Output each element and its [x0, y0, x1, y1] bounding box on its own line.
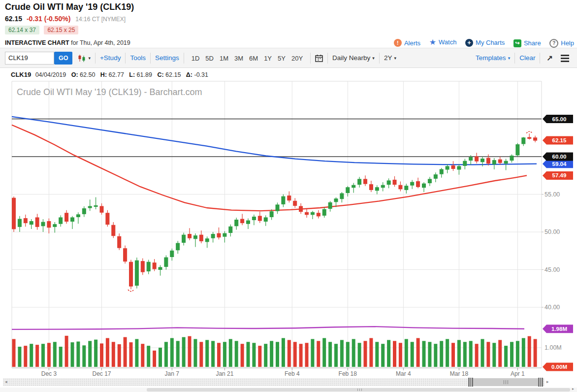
- page-scroll-right-arrow-icon[interactable]: ▸: [572, 387, 574, 391]
- ohlc-symbol: CLK19: [11, 71, 31, 78]
- svg-text:0.00M: 0.00M: [551, 364, 567, 370]
- chevron-down-icon: ▾: [372, 56, 375, 61]
- axis-tag: 59.04: [543, 160, 573, 168]
- svg-text:62.15: 62.15: [552, 137, 567, 143]
- range-button-3m[interactable]: 3M: [234, 55, 243, 62]
- last-price: 62.15: [5, 15, 22, 23]
- chevron-down-icon: ▾: [88, 56, 91, 61]
- share-icon: ↪: [513, 39, 521, 47]
- watch-link[interactable]: ★ Watch: [429, 37, 457, 47]
- chart-type-dropdown[interactable]: ▾: [77, 54, 91, 62]
- bid-ask-chips: 62.14 x 37 62.15 x 25: [5, 26, 81, 34]
- templates-dropdown[interactable]: Templates ▾: [476, 54, 510, 62]
- page-scrollbar-thumb[interactable]: [147, 388, 570, 392]
- watermark: Crude Oil WTI May '19 (CLK19) - Barchart…: [17, 87, 202, 97]
- toolbar-separator: [184, 53, 184, 64]
- quote-timestamp: 14:16 CT [NYMEX]: [75, 16, 126, 23]
- axis-tag: 0.00M: [543, 363, 573, 371]
- ohlc-readout: CLK19 04/04/2019 O: 62.50 H: 62.77 L: 61…: [11, 71, 212, 78]
- plot-border: [12, 81, 542, 368]
- draw-trendline-icon[interactable]: ↗: [546, 54, 553, 63]
- range-button-20y[interactable]: 20Y: [291, 55, 303, 62]
- range-button-1m[interactable]: 1M: [220, 55, 228, 62]
- range-buttons: 1D5D1M3M6M1Y5Y20Y: [189, 54, 306, 63]
- ohlc-high: 62.77: [109, 71, 124, 78]
- svg-text:50.00: 50.00: [545, 229, 560, 235]
- share-link[interactable]: ↪ Share: [513, 39, 541, 47]
- alerts-link[interactable]: ! Alerts: [394, 39, 420, 47]
- svg-text:60.00: 60.00: [552, 154, 567, 160]
- range-button-5y[interactable]: 5Y: [278, 55, 286, 62]
- section-label: INTERACTIVE CHART: [5, 39, 69, 46]
- price-change: -0.31 (-0.50%): [27, 15, 70, 23]
- scrollbar-right-handle[interactable]: [538, 378, 543, 387]
- axis-tag: 1.98M: [543, 325, 573, 333]
- svg-text:Jan 21: Jan 21: [216, 370, 233, 377]
- range-button-1d[interactable]: 1D: [192, 55, 200, 62]
- axis-tag: 57.49: [543, 171, 573, 180]
- toolbar-separator: [95, 53, 96, 64]
- range-button-6m[interactable]: 6M: [249, 55, 258, 62]
- scrollbar-grip: [504, 380, 508, 384]
- chart-watermark: Crude Oil WTI May '19 (CLK19) - Barchart…: [17, 87, 202, 97]
- lookback-dropdown[interactable]: 2Y ▾: [384, 54, 396, 62]
- bid-chip: 62.14 x 37: [5, 26, 39, 34]
- chart-toolbar: GO ▾ +Study Tools Settings 1D5D1M3M6M1Y5…: [0, 48, 577, 68]
- ohlc-open: 62.50: [80, 71, 95, 78]
- svg-text:1.00M: 1.00M: [545, 344, 562, 351]
- svg-text:45.00: 45.00: [545, 266, 560, 273]
- svg-text:Mar 18: Mar 18: [450, 370, 469, 377]
- page-scrollbar[interactable]: ▸: [0, 388, 577, 392]
- scrollbar-track[interactable]: [3, 378, 545, 386]
- calendar-button[interactable]: [315, 54, 323, 62]
- hamburger-menu-icon[interactable]: [561, 55, 569, 56]
- toolbar-separator: [310, 53, 311, 64]
- quote-line: 62.15 -0.31 (-0.50%) 14:16 CT [NYMEX]: [5, 15, 126, 23]
- ohlc-delta: -0.31: [194, 71, 208, 78]
- clear-button[interactable]: Clear: [519, 54, 535, 62]
- horizontal-annotation-lines: [12, 119, 542, 157]
- ohlc-close: 62.15: [165, 71, 181, 78]
- scrollbar-left-handle[interactable]: [468, 378, 473, 387]
- toolbar-separator: [150, 53, 151, 64]
- question-icon: ?: [549, 39, 558, 48]
- my-charts-link[interactable]: + My Charts: [465, 39, 505, 47]
- section-heading: INTERACTIVE CHART for Thu, Apr 4th, 2019: [5, 39, 130, 46]
- svg-text:Feb 4: Feb 4: [285, 370, 300, 377]
- quick-links: ! Alerts ★ Watch + My Charts ↪ Share ? H…: [387, 37, 574, 48]
- ohlc-date: 04/04/2019: [35, 71, 66, 78]
- add-study-button[interactable]: +Study: [100, 54, 121, 62]
- range-button-5d[interactable]: 5D: [205, 55, 214, 62]
- scroll-right-arrow-icon[interactable]: ▸: [546, 379, 549, 384]
- chevron-down-icon: ▾: [394, 56, 396, 61]
- range-button-1y[interactable]: 1Y: [264, 55, 272, 62]
- chart-scrollbar: ◂ ▸: [0, 377, 577, 387]
- date-axis: Dec 3Dec 17Jan 7Jan 21Feb 4Feb 18Mar 4Ma…: [41, 370, 525, 377]
- help-link[interactable]: ? Help: [549, 39, 574, 48]
- page-title: Crude Oil WTI May '19 (CLK19): [5, 2, 134, 12]
- axis-tag: 65.00: [543, 115, 573, 123]
- toolbar-separator: [125, 53, 126, 64]
- chart-canvas[interactable]: Crude Oil WTI May '19 (CLK19) - Barchart…: [0, 80, 577, 377]
- settings-button[interactable]: Settings: [155, 54, 179, 62]
- axis-tag: 62.15: [543, 136, 573, 145]
- chevron-down-icon: ▾: [508, 56, 511, 61]
- ma-slow-line: [12, 117, 537, 165]
- volume-bars: [12, 336, 537, 367]
- svg-text:40.00: 40.00: [545, 304, 560, 311]
- ma-fast-line: [12, 125, 527, 211]
- frequency-dropdown[interactable]: Daily Nearby ▾: [332, 54, 375, 62]
- ask-chip: 62.15 x 25: [44, 26, 78, 34]
- calendar-icon: [315, 54, 323, 62]
- go-button[interactable]: GO: [54, 52, 72, 65]
- plus-icon: +: [465, 39, 473, 47]
- svg-text:Mar 4: Mar 4: [396, 370, 411, 377]
- tools-button[interactable]: Tools: [130, 54, 146, 62]
- gridlines: [12, 81, 544, 370]
- svg-text:59.04: 59.04: [552, 161, 567, 167]
- page-scrollbar-grip: [357, 389, 362, 391]
- ohlc-low: 61.89: [137, 71, 152, 78]
- symbol-input[interactable]: [5, 52, 54, 65]
- scroll-left-arrow-icon[interactable]: ◂: [5, 379, 7, 384]
- scrollbar-thumb[interactable]: [468, 378, 543, 386]
